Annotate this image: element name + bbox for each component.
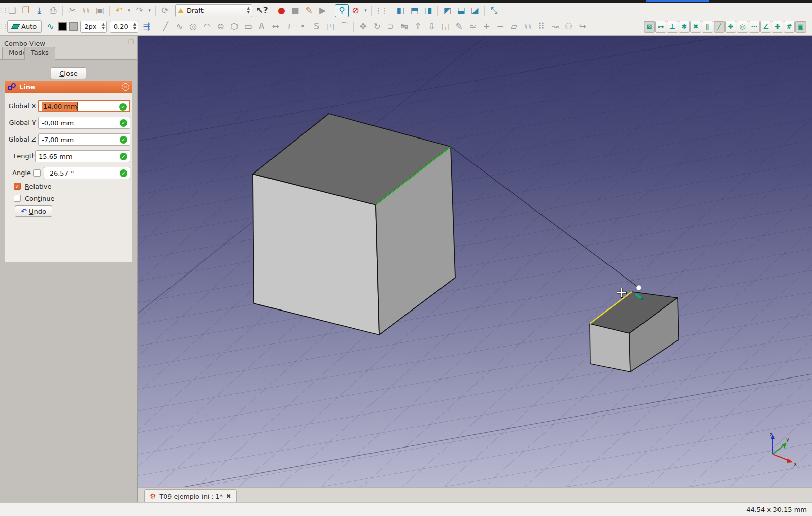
continue-checkbox[interactable]	[14, 195, 21, 202]
draft-arc-tool[interactable]: ◠	[200, 20, 214, 33]
new-file-button[interactable]: ❏	[5, 4, 19, 17]
line-color-swatch[interactable]	[58, 22, 67, 31]
view-left-button[interactable]: ◪	[468, 4, 482, 17]
draft-clone-tool[interactable]: ⚇	[562, 20, 576, 33]
relative-checkbox[interactable]: ✓	[14, 183, 21, 190]
tab-tasks[interactable]: Tasks	[24, 47, 55, 60]
draft-wire-tool[interactable]: ∿	[173, 20, 186, 33]
view-top-button[interactable]: ⬒	[408, 4, 421, 17]
draft-ellipse-tool[interactable]: ⊜	[214, 20, 227, 33]
draft-upgrade-tool[interactable]: ⇧	[411, 20, 425, 33]
line-width-spinner[interactable]: 2px ▲▼	[80, 21, 107, 33]
paste-icon[interactable]: ▣	[93, 4, 107, 17]
redo-button[interactable]: ↷	[132, 4, 146, 17]
view-front-button[interactable]: ◧	[394, 4, 408, 17]
draft-circle-tool[interactable]: ◎	[186, 20, 200, 33]
toggle-construction-mode-icon[interactable]: ∿	[44, 20, 57, 33]
clip-plane-dropdown[interactable]: ▾	[362, 4, 369, 17]
face-color-swatch[interactable]	[69, 22, 78, 31]
draft-add-point-tool[interactable]: +	[480, 20, 493, 33]
undo-button[interactable]: ↶	[112, 4, 126, 17]
draft-heal-tool[interactable]: ↪	[576, 20, 589, 33]
redo-dropdown[interactable]: ▾	[146, 4, 153, 17]
draft-downgrade-tool[interactable]: ⇩	[425, 20, 438, 33]
macro-stop-button[interactable]: ■	[288, 4, 302, 17]
angle-lock-checkbox[interactable]	[33, 169, 41, 177]
draft-offset-tool[interactable]: ⊃	[384, 20, 397, 33]
print-button[interactable]: ⎙	[46, 4, 60, 17]
document-tab[interactable]: ⚙ T09-ejemplo-ini : 1* ✖	[144, 489, 237, 503]
global-x-input[interactable]: 14,00 mm ✓	[38, 100, 130, 112]
view-isometric-button[interactable]: ⬚	[375, 4, 388, 17]
working-plane-auto-button[interactable]: Auto	[7, 20, 42, 33]
snap-ortho-button[interactable]: ✥	[725, 21, 736, 33]
save-button[interactable]: ⤓	[32, 4, 46, 17]
panel-float-icon[interactable]: ❐	[128, 39, 134, 46]
draft-scale-tool[interactable]: ◱	[438, 20, 452, 33]
snap-parallel-button[interactable]: ∥	[702, 21, 713, 33]
global-z-input[interactable]: -7,00 mm ✓	[38, 133, 130, 146]
draft-rotate-tool[interactable]: ↻	[370, 20, 384, 33]
draft-bezier-tool[interactable]: ⌒	[337, 20, 351, 33]
draft-polygon-tool[interactable]: ⬡	[227, 20, 241, 33]
view-right-button[interactable]: ◨	[421, 4, 435, 17]
snap-endpoint-button[interactable]: ╱	[714, 21, 725, 33]
draft-shapestring-tool[interactable]: S	[310, 20, 323, 33]
view-rear-button[interactable]: ◩	[441, 4, 454, 17]
draft-to-sketch-tool[interactable]: ⧉	[521, 20, 534, 33]
macro-play-button[interactable]: ▶	[316, 4, 329, 17]
view-bottom-button[interactable]: ⬓	[454, 4, 468, 17]
draft-shape2dview-tool[interactable]: ▱	[507, 20, 521, 33]
draft-array-tool[interactable]: ⠿	[534, 20, 548, 33]
snap-grid-button[interactable]: ✱	[679, 21, 690, 33]
draft-wire-to-bspline-tool[interactable]: ≈	[466, 20, 480, 33]
draft-point-tool[interactable]: •	[296, 20, 310, 33]
snap-lock-button[interactable]: ⊠	[644, 21, 655, 33]
text-scale-spinner[interactable]: 0,20 ▲▼	[110, 21, 138, 33]
open-file-button[interactable]: ❐	[19, 4, 32, 17]
viewport-3d[interactable]: z y x	[138, 36, 812, 487]
apply-style-button[interactable]: ⇶	[140, 20, 153, 33]
snap-intersection-button[interactable]: ✖	[690, 21, 701, 33]
macro-edit-button[interactable]: ✎	[302, 4, 316, 17]
draft-bspline-tool[interactable]: ≀	[282, 20, 296, 33]
document-tab-close-icon[interactable]: ✖	[226, 493, 231, 500]
refresh-button[interactable]: ⟳	[158, 4, 172, 17]
snap-perpendicular-button[interactable]: ⊥	[667, 21, 678, 33]
workbench-spin-arrows[interactable]: ▲▼	[245, 6, 250, 16]
draft-move-tool[interactable]: ✥	[356, 20, 370, 33]
angle-input[interactable]: -26,57 ° ✓	[44, 167, 130, 179]
close-task-button[interactable]: Close	[51, 67, 86, 79]
snap-workingplane-button[interactable]: ▣	[795, 21, 806, 33]
copy-icon[interactable]: ⧉	[79, 4, 93, 17]
snap-center-button[interactable]: ◎	[737, 21, 748, 33]
big-cube[interactable]	[253, 114, 455, 335]
snap-near-button[interactable]: ∠	[760, 21, 771, 33]
macro-record-button[interactable]: ●	[275, 4, 288, 17]
undo-dropdown[interactable]: ▾	[126, 4, 132, 17]
workbench-selector[interactable]: Draft ▲▼	[175, 4, 252, 17]
cut-icon[interactable]: ✂	[65, 4, 79, 17]
draft-text-tool[interactable]: A	[255, 20, 268, 33]
undo-button[interactable]: ↶ Undo	[15, 205, 52, 217]
collapse-section-icon[interactable]: «	[122, 83, 129, 91]
snap-extension-button[interactable]: ⋯	[749, 21, 760, 33]
draft-dimension-tool[interactable]: ↔	[268, 20, 282, 33]
line-task-header[interactable]: Line «	[5, 81, 132, 93]
snap-dimensions-button[interactable]: #	[784, 21, 795, 33]
draft-rectangle-tool[interactable]: ▭	[241, 20, 255, 33]
draft-edit-tool[interactable]: ✎	[452, 20, 466, 33]
draft-trimex-tool[interactable]: ↹	[397, 20, 411, 33]
draft-delete-point-tool[interactable]: −	[493, 20, 507, 33]
draft-path-array-tool[interactable]: ↝	[548, 20, 562, 33]
length-input[interactable]: 15,65 mm ✓	[35, 150, 130, 162]
measure-distance-button[interactable]: ⤡	[487, 4, 501, 17]
clip-plane-button[interactable]: ⊘	[349, 4, 362, 17]
small-box[interactable]	[590, 292, 679, 372]
snap-special-button[interactable]: ✚	[772, 21, 783, 33]
snap-midpoint-button[interactable]: ⊶	[655, 21, 666, 33]
zoom-selection-button[interactable]: ⚲	[335, 4, 349, 17]
whats-this-button[interactable]: ↖?	[255, 4, 269, 17]
draft-facebinder-tool[interactable]: ◳	[323, 20, 337, 33]
draft-line-tool[interactable]: ╱	[159, 20, 173, 33]
